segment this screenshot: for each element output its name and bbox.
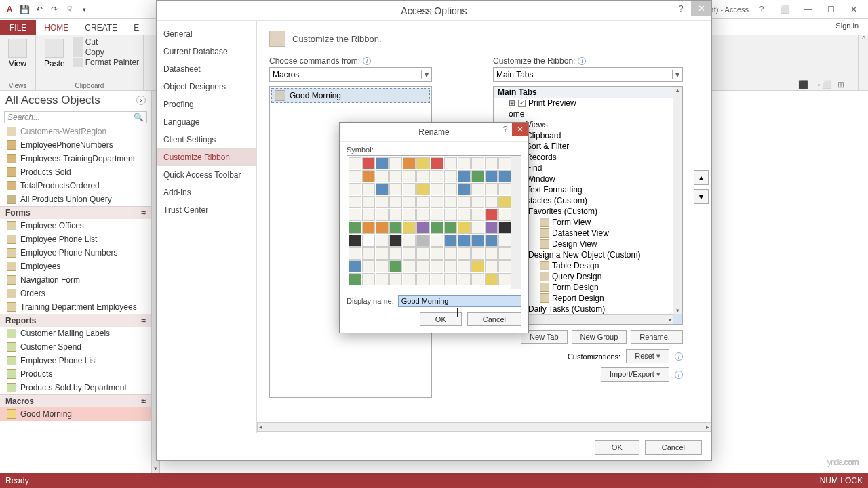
line-icon[interactable]: ⊞ [837, 80, 844, 89]
symbol-cell[interactable] [444, 209, 457, 221]
tree-vscroll[interactable]: ▴▾ [673, 87, 682, 314]
symbol-cell[interactable] [498, 260, 511, 272]
symbol-cell[interactable] [416, 170, 429, 182]
checkbox-icon[interactable]: ✓ [518, 100, 526, 107]
save-icon[interactable]: 💾 [18, 3, 31, 16]
symbol-cell[interactable] [416, 222, 429, 234]
symbol-cell[interactable] [444, 260, 457, 272]
tree-node[interactable]: ⊞✓Print Preview [494, 98, 682, 108]
nav-item[interactable]: All Products Union Query [0, 192, 151, 206]
symbol-cell[interactable] [376, 209, 389, 221]
symbol-cell[interactable] [458, 209, 471, 221]
new-group-button[interactable]: New Group [572, 330, 627, 344]
tree-root[interactable]: Main Tabs [494, 87, 682, 98]
symbol-cell[interactable] [498, 157, 511, 169]
symbol-cell[interactable] [431, 183, 443, 195]
minimize-icon[interactable]: — [797, 2, 818, 17]
symbol-cell[interactable] [485, 170, 498, 182]
rename-help-icon[interactable]: ? [498, 123, 512, 136]
symbol-cell[interactable] [498, 183, 511, 195]
nav-item[interactable]: Products Sold [0, 165, 151, 179]
nav-forms-header[interactable]: Forms≈ [0, 206, 151, 219]
align-icon[interactable]: ⬛ [798, 80, 808, 89]
symbol-cell[interactable] [431, 170, 443, 182]
goto-icon[interactable]: →⬜ [814, 80, 832, 89]
rename-cancel-button[interactable]: Cancel [467, 312, 521, 326]
symbol-cell[interactable] [416, 157, 429, 169]
symbol-cell[interactable] [444, 157, 457, 169]
info-icon[interactable]: i [675, 352, 683, 361]
symbol-cell[interactable] [444, 247, 457, 260]
symbol-cell[interactable] [458, 247, 471, 260]
symbol-cell[interactable] [362, 170, 375, 182]
nav-item[interactable]: Employees-TrainingDepartment [0, 152, 151, 165]
tree-node[interactable]: ome [494, 108, 682, 119]
nav-item[interactable]: Employee Phone Numbers [0, 246, 151, 260]
symbol-cell[interactable] [403, 209, 416, 221]
rename-close-icon[interactable]: ✕ [512, 123, 528, 136]
symbol-cell[interactable] [389, 235, 402, 247]
symbol-cell[interactable] [376, 273, 389, 285]
rename-button[interactable]: Rename... [631, 330, 683, 344]
symbol-cell[interactable] [416, 209, 429, 221]
symbol-cell[interactable] [485, 157, 498, 169]
symbol-cell[interactable] [431, 209, 443, 221]
cut-button[interactable]: Cut [73, 37, 139, 47]
symbol-cell[interactable] [444, 170, 457, 182]
symbol-cell[interactable] [458, 170, 471, 182]
symbol-grid[interactable] [347, 155, 521, 289]
symbol-cell[interactable] [431, 247, 443, 260]
import-export-button[interactable]: Import/Export [601, 367, 669, 382]
nav-item[interactable]: Employee Offices [0, 219, 151, 232]
nav-item[interactable]: Training Department Employees [0, 300, 151, 314]
options-close-icon[interactable]: ✕ [691, 1, 711, 16]
symbol-cell[interactable] [471, 260, 484, 272]
tab-file[interactable]: FILE [0, 20, 36, 35]
symbol-cell[interactable] [498, 247, 511, 260]
cat-client-settings[interactable]: Client Settings [157, 131, 256, 148]
symbol-cell[interactable] [431, 260, 443, 272]
symbol-cell[interactable] [458, 235, 471, 247]
cat-customize-ribbon[interactable]: Customize Ribbon [157, 148, 256, 166]
options-hscroll[interactable]: ◂▸ [257, 422, 711, 432]
options-cancel-button[interactable]: Cancel [645, 440, 702, 455]
tab-ext[interactable]: E [125, 20, 147, 35]
symbol-cell[interactable] [485, 247, 498, 260]
undo-icon[interactable]: ↶ [33, 3, 46, 16]
symbol-cell[interactable] [362, 247, 375, 260]
symbol-cell[interactable] [376, 260, 389, 272]
symbol-cell[interactable] [403, 260, 416, 272]
symbol-cell[interactable] [416, 273, 429, 285]
nav-item[interactable]: Employees [0, 260, 151, 273]
symbol-cell[interactable] [349, 183, 361, 195]
nav-item[interactable]: Navigation Form [0, 273, 151, 287]
symbol-cell[interactable] [485, 222, 498, 234]
nav-item[interactable]: TotalProductsOrdered [0, 179, 151, 192]
help-icon[interactable]: ? [751, 2, 772, 17]
symbol-cell[interactable] [376, 170, 389, 182]
ribbon-collapse-chevron[interactable]: ^ [859, 35, 868, 90]
symbol-cell[interactable] [431, 235, 443, 247]
symbol-cell[interactable] [362, 183, 375, 195]
symbol-cell[interactable] [349, 235, 361, 247]
symbol-cell[interactable] [458, 273, 471, 285]
nav-title[interactable]: All Access Objects [5, 94, 100, 107]
symbol-cell[interactable] [444, 222, 457, 234]
info-icon[interactable]: i [363, 57, 371, 65]
copy-button[interactable]: Copy [73, 47, 139, 57]
cat-general[interactable]: General [157, 25, 256, 43]
command-item[interactable]: Good Morning [271, 88, 430, 103]
symbol-cell[interactable] [485, 260, 498, 272]
maximize-icon[interactable]: ☐ [821, 2, 841, 17]
symbol-cell[interactable] [349, 260, 361, 272]
cat-object-designers[interactable]: Object Designers [157, 78, 256, 96]
symbol-cell[interactable] [349, 157, 361, 169]
symbol-cell[interactable] [389, 170, 402, 182]
redo-icon[interactable]: ↷ [47, 3, 61, 16]
symbol-cell[interactable] [362, 222, 375, 234]
symbol-cell[interactable] [376, 222, 389, 234]
nav-search[interactable]: Search... 🔍 [4, 111, 147, 123]
symbol-cell[interactable] [403, 183, 416, 195]
options-ok-button[interactable]: OK [595, 440, 639, 455]
symbol-cell[interactable] [471, 273, 484, 285]
